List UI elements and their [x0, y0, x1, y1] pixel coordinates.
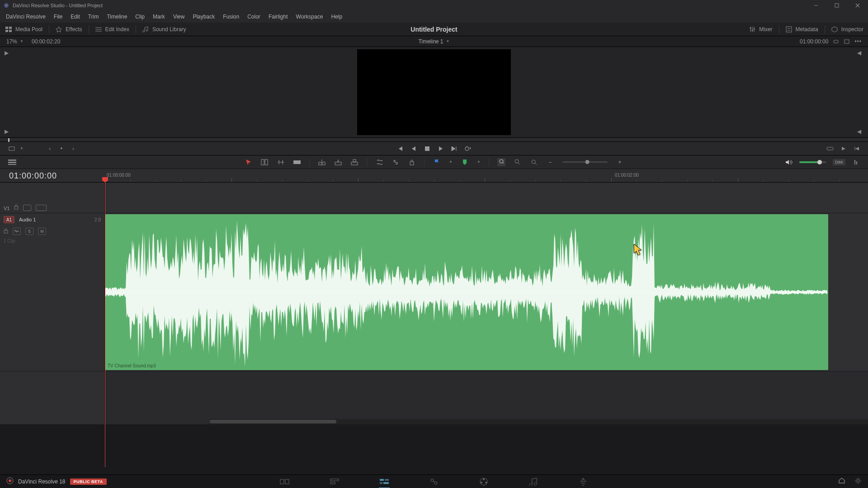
- mini-scrubber[interactable]: [0, 137, 868, 142]
- viewer-options-icon[interactable]: •••: [854, 38, 862, 45]
- panel-toggle-sound-library[interactable]: Sound Library: [142, 26, 186, 33]
- video-track-lane[interactable]: [105, 183, 868, 213]
- menu-mark[interactable]: Mark: [149, 12, 169, 22]
- single-viewer-icon[interactable]: [844, 38, 850, 45]
- search-custom-icon[interactable]: [530, 158, 538, 166]
- expand-left-icon[interactable]: ▶: [5, 50, 11, 56]
- panel-toggle-media-pool[interactable]: Media Pool: [5, 26, 42, 33]
- search-icon[interactable]: [514, 158, 522, 166]
- menu-timeline[interactable]: Timeline: [103, 12, 131, 22]
- insert-icon[interactable]: [826, 145, 834, 152]
- page-fairlight[interactable]: [524, 475, 542, 488]
- audio-track-dest[interactable]: A1: [4, 216, 14, 223]
- next-frame-button[interactable]: [451, 145, 458, 152]
- expand-left-icon[interactable]: ▶: [5, 128, 11, 135]
- menu-davinci-resolve[interactable]: DaVinci Resolve: [2, 12, 50, 22]
- maximize-button[interactable]: [826, 0, 847, 11]
- audio-track-lane[interactable]: TV Channel Sound.mp3: [105, 213, 868, 371]
- waveform-toggle-icon[interactable]: [13, 228, 21, 235]
- menu-clip[interactable]: Clip: [131, 12, 149, 22]
- timeline-view-icon[interactable]: [8, 158, 16, 166]
- menu-color[interactable]: Color: [243, 12, 264, 22]
- audio-track-header[interactable]: A1 Audio 1 2.0 S M 1 Clip: [0, 213, 104, 371]
- overwrite-clip-icon[interactable]: [334, 158, 342, 166]
- menu-workspace[interactable]: Workspace: [292, 12, 327, 22]
- timeline-timecode[interactable]: 01:00:00:00: [9, 169, 57, 183]
- chevron-down-icon[interactable]: ▼: [20, 146, 24, 150]
- menu-fairlight[interactable]: Fairlight: [264, 12, 292, 22]
- panel-toggle-mixer[interactable]: Mixer: [749, 25, 772, 33]
- menu-playback[interactable]: Playback: [189, 12, 219, 22]
- home-icon[interactable]: [838, 477, 845, 486]
- selection-tool-icon[interactable]: [244, 158, 252, 166]
- menu-edit[interactable]: Edit: [66, 12, 84, 22]
- match-frame-icon[interactable]: [8, 145, 15, 152]
- page-deliver[interactable]: [574, 475, 592, 488]
- trim-tool-icon[interactable]: [260, 158, 269, 166]
- panel-toggle-metadata[interactable]: Metadata: [786, 25, 818, 33]
- timeline-name-dropdown[interactable]: Timeline 1 ▼: [419, 38, 450, 45]
- minimize-button[interactable]: [806, 0, 826, 11]
- marker-icon[interactable]: [461, 158, 469, 166]
- overwrite-icon[interactable]: [840, 145, 847, 152]
- menu-view[interactable]: View: [169, 12, 189, 22]
- mute-button[interactable]: M: [38, 228, 46, 235]
- page-fusion[interactable]: [425, 475, 443, 488]
- dim-button[interactable]: DIM: [833, 159, 846, 165]
- panel-icon: [831, 26, 838, 33]
- replace-icon[interactable]: [854, 145, 861, 152]
- menu-help[interactable]: Help: [327, 12, 346, 22]
- meters-icon[interactable]: [852, 158, 860, 166]
- chevron-down-icon[interactable]: ▼: [477, 160, 481, 164]
- page-edit[interactable]: [375, 475, 393, 488]
- track-thumb-icon[interactable]: [36, 205, 47, 211]
- lock-icon[interactable]: [408, 158, 416, 166]
- loop-button[interactable]: [464, 145, 472, 152]
- zoom-in-icon[interactable]: +: [616, 158, 624, 166]
- viewer-zoom-dropdown[interactable]: 17% ▼: [6, 38, 24, 45]
- track-thumb-icon[interactable]: [23, 205, 31, 211]
- speaker-icon[interactable]: [785, 158, 793, 166]
- prev-frame-button[interactable]: [410, 145, 417, 152]
- lock-icon[interactable]: [4, 228, 8, 235]
- panel-toggle-edit-index[interactable]: Edit Index: [95, 26, 129, 33]
- insert-clip-icon[interactable]: [318, 158, 326, 166]
- link-icon[interactable]: [392, 158, 400, 166]
- play-button[interactable]: [437, 145, 444, 152]
- menu-fusion[interactable]: Fusion: [219, 12, 243, 22]
- expand-right-icon[interactable]: ◀: [857, 50, 863, 56]
- search-zoom-icon[interactable]: [497, 158, 505, 166]
- timeline-h-scrollbar[interactable]: [210, 419, 868, 424]
- page-color[interactable]: [475, 475, 493, 488]
- expand-right-icon[interactable]: ◀: [857, 128, 863, 135]
- menu-file[interactable]: File: [50, 12, 66, 22]
- volume-slider[interactable]: [799, 161, 826, 163]
- prev-nav-icon[interactable]: ‹: [46, 145, 53, 152]
- retime-icon[interactable]: [375, 158, 383, 166]
- stop-button[interactable]: [424, 145, 431, 152]
- lock-icon[interactable]: [14, 204, 19, 211]
- zoom-out-icon[interactable]: −: [546, 158, 554, 166]
- first-frame-button[interactable]: [396, 145, 404, 152]
- dynamic-trim-icon[interactable]: [277, 158, 285, 166]
- loop-icon[interactable]: [833, 38, 839, 45]
- blade-tool-icon[interactable]: [293, 158, 301, 166]
- scrubber-playhead[interactable]: [8, 138, 9, 142]
- panel-toggle-effects[interactable]: Effects: [56, 26, 82, 33]
- page-cut[interactable]: [326, 475, 344, 488]
- audio-clip[interactable]: TV Channel Sound.mp3: [105, 214, 828, 370]
- close-button[interactable]: [847, 0, 868, 11]
- flag-icon[interactable]: [433, 158, 441, 166]
- timeline-viewer[interactable]: ▶ ◀ ▶ ◀: [0, 47, 868, 137]
- solo-button[interactable]: S: [25, 228, 33, 235]
- video-track-header[interactable]: V1: [0, 183, 104, 213]
- next-nav-icon[interactable]: ›: [70, 145, 77, 152]
- replace-clip-icon[interactable]: [350, 158, 359, 166]
- panel-toggle-inspector[interactable]: Inspector: [831, 25, 863, 33]
- menu-trim[interactable]: Trim: [84, 12, 103, 22]
- chevron-down-icon[interactable]: ▼: [449, 160, 453, 164]
- zoom-slider[interactable]: [562, 161, 608, 163]
- settings-gear-icon[interactable]: [854, 477, 862, 486]
- page-media[interactable]: [276, 475, 294, 488]
- timeline-ruler[interactable]: 01:00:00:00 01:00:00:0001:00:02:00: [0, 169, 868, 183]
